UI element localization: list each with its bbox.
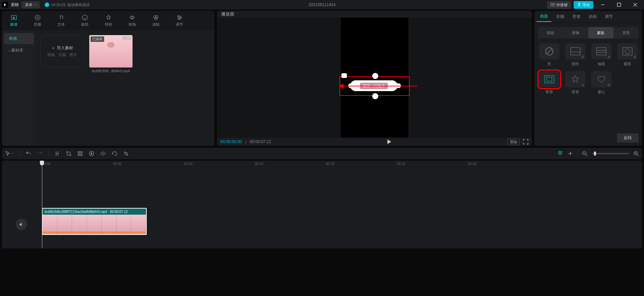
mask-star[interactable]: 星形 [564,71,587,95]
crop-button[interactable] [66,151,72,157]
redo-button[interactable] [37,151,43,157]
download-icon [607,55,611,58]
tab-media[interactable]: 媒体 [2,11,26,30]
ruler-tick: 00:20 [326,162,334,166]
fullscreen-button[interactable] [523,139,528,144]
linear-icon [570,47,581,56]
tab-sticker[interactable]: 贴纸 [73,11,97,30]
svg-point-10 [155,16,158,18]
mask-linear[interactable]: 线性 [564,43,587,66]
maximize-button[interactable] [612,0,626,9]
subtab-basic[interactable]: 基础 [538,27,563,38]
mask-rect[interactable]: 矩形 [538,71,560,95]
reverse-button[interactable] [89,151,95,157]
close-button[interactable] [628,0,642,9]
subtab-cutout[interactable]: 抠像 [563,27,589,38]
timeline-clip[interactable]: bcbf61fd9c308ff7212ba18a4fd8b843.mp4 00:… [42,208,147,235]
clip-thumbnail[interactable]: 已添加 00:12 [89,35,133,68]
svg-rect-4 [617,3,621,6]
zoom-in-button[interactable] [633,151,639,157]
video-canvas[interactable]: 我有一只兔子 [341,18,408,138]
audio-icon [34,14,41,21]
linkage-button[interactable] [567,151,573,157]
svg-point-13 [180,17,181,18]
inspector-subtabs: 基础 抠像 蒙版 背景 [538,27,639,38]
rtab-speed[interactable]: 变速 [569,12,584,22]
top-tab-bar: 媒体 音频 文本 贴纸 特效 转场 [2,11,214,30]
minimize-button[interactable] [596,0,610,9]
tab-filter[interactable]: 滤镜 [144,11,168,30]
magnet-button[interactable] [557,151,563,157]
playhead[interactable] [42,161,42,248]
split-button[interactable] [54,151,60,157]
chevron-down-icon [11,152,14,155]
tab-effect[interactable]: 特效 [97,11,120,30]
download-icon [581,55,585,58]
track-mute-button[interactable] [16,219,27,230]
mask-circle[interactable]: 圆形 [616,43,639,66]
import-button[interactable]: ＋ 导入素材 视频、音频、图片 [41,35,84,68]
timeline[interactable]: 00:00 00:05 00:10 00:15 00:20 00:25 00:3… [2,161,642,248]
subtab-mask[interactable]: 蒙版 [588,27,614,38]
import-subtitle: 视频、音频、图片 [47,52,77,57]
mask-none[interactable]: 无 [538,43,560,66]
player-title: 播放器 [221,11,234,17]
rtab-audio[interactable]: 音频 [553,12,568,22]
rtab-adjust[interactable]: 调节 [601,12,616,22]
sidebar-local[interactable]: 本地 [4,33,34,44]
mask-mirror[interactable]: 镜面 [590,43,613,66]
svg-rect-22 [623,48,632,55]
svg-point-11 [154,17,157,20]
zoom-slider[interactable] [592,153,629,154]
top-handle[interactable] [372,73,378,79]
media-clip[interactable]: 已添加 00:12 bcbf61fd9...8b843.mp4 [89,35,133,73]
inspector-tabs: 画面 音频 变速 动画 调节 [534,11,642,23]
sidebar-library[interactable]: ▸素材库 [4,45,34,56]
svg-rect-26 [78,152,82,156]
pointer-tool[interactable] [5,151,14,157]
svg-line-35 [637,155,639,156]
svg-point-8 [82,15,88,20]
tab-audio[interactable]: 音频 [26,11,49,30]
tab-transition[interactable]: 转场 [120,11,144,30]
export-button[interactable]: 导出 [574,1,593,9]
aspect-original[interactable]: 原始 [507,139,520,145]
svg-point-7 [37,17,39,19]
tab-text[interactable]: 文本 [49,11,73,30]
zoom-out-button[interactable] [582,151,588,157]
subtab-bg[interactable]: 背景 [614,27,639,38]
export-icon [577,3,581,7]
rotate-button[interactable] [112,151,118,157]
svg-point-6 [35,15,40,20]
tab-label: 音频 [34,22,41,27]
rotate-handle[interactable] [341,73,347,78]
timeline-ruler[interactable]: 00:00 00:05 00:10 00:15 00:20 00:25 00:3… [42,161,642,169]
plus-icon: ＋ 导入素材 [51,45,73,51]
clip-duration: 00:12 [123,36,131,40]
player-canvas-area[interactable]: 我有一只兔子 [217,18,532,138]
player-panel: 播放器 我有一只兔子 00:00:00:00 | 00:00:07:12 [217,11,532,146]
crop2-button[interactable] [123,151,129,157]
undo-button[interactable] [25,151,31,157]
play-button[interactable] [387,139,391,144]
mirror-icon [596,47,607,56]
rtab-anim[interactable]: 动画 [585,12,600,22]
tab-adjust[interactable]: 调节 [168,11,191,30]
freeze-button[interactable] [77,151,83,157]
rtab-picture[interactable]: 画面 [536,11,551,22]
player-header: 播放器 [217,11,532,18]
autosave-status: ✓ 14:16:22 自动保存成功 [45,2,90,7]
added-badge: 已添加 [91,36,104,42]
media-icon [10,14,17,21]
shortcuts-button[interactable]: 快捷键 [547,1,571,9]
svg-rect-25 [547,77,552,81]
mask-heart[interactable]: 爱心 [590,71,613,95]
mirror-button[interactable] [100,151,106,157]
menu-dropdown[interactable]: 菜单 [22,1,40,8]
clip-filename: bcbf61fd9...8b843.mp4 [89,69,133,73]
invert-button[interactable]: 反转 [617,133,639,142]
bottom-handle[interactable] [372,93,378,99]
tab-label: 转场 [128,22,136,27]
transition-icon [129,14,136,21]
app-name: 剪映 [11,2,19,8]
